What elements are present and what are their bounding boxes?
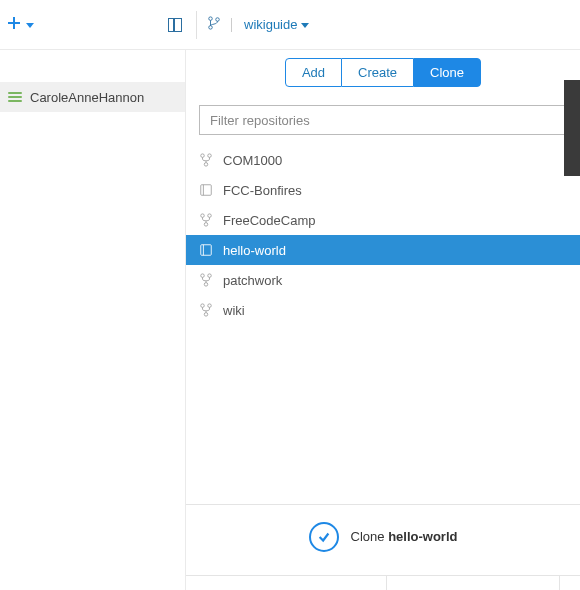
action-tabs: Add Create Clone xyxy=(186,58,580,87)
current-repo-label: wikiguide xyxy=(244,17,297,32)
list-item[interactable]: FreeCodeCamp xyxy=(186,205,580,235)
topbar-center: wikiguide xyxy=(168,0,309,49)
filter-wrap xyxy=(199,105,567,135)
svg-point-18 xyxy=(208,274,212,278)
list-item[interactable]: FCC-Bonfires xyxy=(186,175,580,205)
repo-name: patchwork xyxy=(223,273,282,288)
svg-marker-6 xyxy=(301,23,309,28)
divider xyxy=(231,18,232,32)
clone-footer: Clone hello-world xyxy=(186,504,580,568)
svg-rect-15 xyxy=(201,245,212,256)
svg-point-3 xyxy=(209,17,213,21)
background-strip xyxy=(564,80,580,176)
svg-point-22 xyxy=(204,313,208,317)
repo-name: FCC-Bonfires xyxy=(223,183,302,198)
clone-summary: Clone hello-world xyxy=(351,529,458,544)
repo-name: FreeCodeCamp xyxy=(223,213,316,228)
book-icon xyxy=(199,183,213,197)
fork-icon xyxy=(199,153,213,167)
fork-icon xyxy=(199,303,213,317)
panel-toggle-icon[interactable] xyxy=(168,18,182,32)
filter-input[interactable] xyxy=(199,105,567,135)
svg-marker-2 xyxy=(26,23,34,28)
add-menu-button[interactable] xyxy=(0,15,34,34)
svg-point-20 xyxy=(201,304,205,308)
sidebar: CaroleAnneHannon xyxy=(0,50,186,590)
list-icon xyxy=(8,92,22,102)
clone-action-word: Clone xyxy=(351,529,385,544)
chevron-down-icon xyxy=(26,17,34,32)
book-icon xyxy=(199,243,213,257)
svg-point-4 xyxy=(209,26,213,30)
sidebar-user-row[interactable]: CaroleAnneHannon xyxy=(0,82,185,112)
fork-icon xyxy=(199,213,213,227)
svg-point-12 xyxy=(201,214,205,218)
svg-point-7 xyxy=(201,154,205,158)
repo-name: hello-world xyxy=(223,243,286,258)
confirm-clone-button[interactable] xyxy=(309,522,339,552)
repo-list: COM1000 FCC-Bonfires FreeCodeCamp hello-… xyxy=(186,145,580,325)
svg-point-8 xyxy=(208,154,212,158)
clone-target-repo: hello-world xyxy=(388,529,457,544)
list-item[interactable]: COM1000 xyxy=(186,145,580,175)
list-item[interactable]: wiki xyxy=(186,295,580,325)
list-item[interactable]: patchwork xyxy=(186,265,580,295)
divider xyxy=(186,575,580,576)
fork-icon xyxy=(199,273,213,287)
svg-point-9 xyxy=(204,163,208,167)
tab-create[interactable]: Create xyxy=(342,58,413,87)
svg-point-17 xyxy=(201,274,205,278)
divider xyxy=(559,576,560,590)
repo-name: wiki xyxy=(223,303,245,318)
current-repo-dropdown[interactable]: wikiguide xyxy=(244,17,309,32)
repo-name: COM1000 xyxy=(223,153,282,168)
svg-point-14 xyxy=(204,223,208,227)
svg-rect-10 xyxy=(201,185,212,196)
svg-point-5 xyxy=(216,18,220,22)
svg-point-21 xyxy=(208,304,212,308)
svg-point-13 xyxy=(208,214,212,218)
plus-icon xyxy=(6,15,22,34)
clone-panel: Add Create Clone COM1000 FCC-Bonfires xyxy=(186,50,580,590)
branch-icon[interactable] xyxy=(207,16,221,33)
sidebar-username: CaroleAnneHannon xyxy=(30,90,144,105)
divider xyxy=(386,576,387,590)
divider xyxy=(196,11,197,39)
tab-clone[interactable]: Clone xyxy=(413,58,481,87)
svg-point-19 xyxy=(204,283,208,287)
tab-add[interactable]: Add xyxy=(285,58,342,87)
main: CaroleAnneHannon Add Create Clone COM100… xyxy=(0,50,580,590)
topbar: wikiguide xyxy=(0,0,580,50)
list-item[interactable]: hello-world xyxy=(186,235,580,265)
